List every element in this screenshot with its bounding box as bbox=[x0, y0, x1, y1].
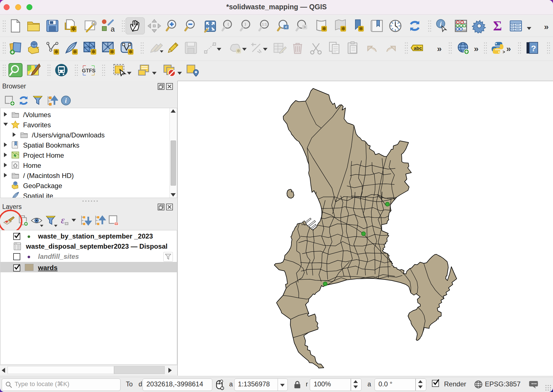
svg-text:✱: ✱ bbox=[359, 26, 363, 32]
svg-text:!: ! bbox=[222, 387, 223, 390]
svg-text:abc: abc bbox=[414, 46, 422, 51]
svg-text:GTFS: GTFS bbox=[82, 68, 95, 74]
svg-text:✱: ✱ bbox=[322, 26, 326, 32]
svg-text:✱: ✱ bbox=[237, 48, 240, 53]
svg-text:✱: ✱ bbox=[341, 26, 345, 32]
svg-text:✱: ✱ bbox=[110, 49, 114, 55]
svg-text:✱: ✱ bbox=[91, 49, 95, 55]
svg-text:✱: ✱ bbox=[128, 49, 133, 55]
svg-text:>: > bbox=[503, 50, 505, 54]
svg-text:Σ: Σ bbox=[493, 19, 502, 33]
svg-text:i: i bbox=[65, 97, 67, 104]
svg-text:✱: ✱ bbox=[73, 49, 77, 55]
svg-text:a: a bbox=[111, 25, 115, 33]
svg-text:ε: ε bbox=[61, 215, 65, 225]
svg-text:1:1: 1:1 bbox=[262, 23, 267, 26]
svg-text:✱: ✱ bbox=[71, 25, 76, 32]
svg-text:✱: ✱ bbox=[54, 49, 58, 55]
svg-text:?: ? bbox=[531, 44, 536, 53]
svg-text:<: < bbox=[285, 25, 287, 29]
svg-text:>: > bbox=[304, 25, 306, 29]
svg-text:i: i bbox=[440, 20, 442, 28]
